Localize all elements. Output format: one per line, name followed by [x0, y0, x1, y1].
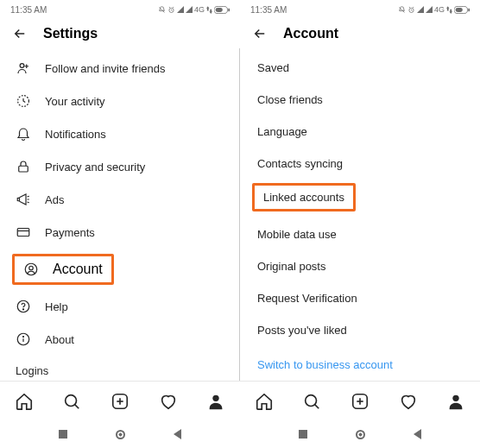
status-time: 11:35 AM	[10, 5, 47, 15]
alarm-icon	[407, 6, 415, 14]
highlight-box: Account	[12, 254, 114, 285]
row-label: Help	[45, 300, 68, 313]
android-navbar	[0, 420, 240, 448]
svg-rect-4	[228, 8, 230, 10]
heart-icon[interactable]	[159, 392, 178, 411]
megaphone-icon	[16, 192, 31, 207]
page-title: Account	[283, 26, 338, 41]
info-icon	[16, 331, 31, 347]
posts-liked-row[interactable]: Posts you've liked	[240, 314, 480, 346]
account-list: Saved Close friends Language Contacts sy…	[240, 48, 480, 381]
battery-icon	[454, 6, 470, 14]
status-bar: 11:35 AM 4G	[240, 0, 480, 19]
profile-icon[interactable]	[206, 392, 225, 411]
recents-button[interactable]	[59, 430, 67, 439]
row-label: Ads	[45, 193, 64, 206]
card-icon	[16, 224, 31, 240]
bell-icon	[16, 126, 31, 142]
linked-accounts-row[interactable]: Linked accounts	[263, 191, 344, 204]
alarm-icon	[167, 6, 175, 14]
add-post-icon[interactable]	[111, 392, 129, 411]
signal-icon-2	[426, 6, 433, 13]
ads-row[interactable]: Ads	[0, 183, 240, 216]
your-activity-row[interactable]: Your activity	[0, 85, 240, 117]
header: Account	[240, 19, 480, 48]
heart-icon[interactable]	[399, 392, 418, 411]
network-label: 4G	[434, 5, 445, 14]
help-icon	[16, 299, 31, 314]
status-time: 11:35 AM	[250, 5, 287, 15]
signal-icon	[417, 6, 424, 13]
linked-accounts-highlighted: Linked accounts	[240, 180, 480, 218]
mute-icon	[158, 6, 166, 14]
account-row-highlighted: Account	[0, 249, 240, 290]
row-label: About	[45, 333, 74, 346]
data-arrows-icon	[446, 6, 452, 14]
back-arrow-icon[interactable]	[12, 26, 28, 41]
profile-icon[interactable]	[446, 392, 465, 411]
settings-list: Follow and invite friends Your activity …	[0, 48, 240, 381]
search-icon[interactable]	[62, 392, 81, 411]
request-verification-row[interactable]: Request Verification	[240, 282, 480, 314]
svg-line-29	[315, 404, 319, 408]
home-button[interactable]	[116, 430, 125, 439]
svg-point-16	[22, 336, 23, 337]
follow-invite-row[interactable]: Follow and invite friends	[0, 52, 240, 85]
signal-icon	[177, 6, 184, 13]
home-icon[interactable]	[255, 392, 274, 411]
android-navbar	[240, 420, 480, 448]
row-label: Account	[53, 262, 103, 277]
svg-rect-8	[17, 229, 29, 237]
logins-heading: Logins	[0, 356, 240, 381]
row-label: Follow and invite friends	[45, 62, 165, 75]
language-row[interactable]: Language	[240, 116, 480, 148]
svg-point-11	[29, 266, 34, 270]
svg-point-33	[453, 394, 459, 401]
bottom-nav	[0, 381, 240, 420]
data-arrows-icon	[206, 6, 212, 14]
recents-button[interactable]	[299, 430, 307, 439]
status-right: 4G	[398, 5, 470, 14]
status-right: 4G	[158, 5, 230, 14]
svg-line-18	[75, 404, 79, 408]
help-row[interactable]: Help	[0, 290, 240, 323]
switch-business-link[interactable]: Switch to business account	[240, 346, 480, 381]
privacy-security-row[interactable]: Privacy and security	[0, 150, 240, 183]
svg-point-17	[66, 394, 77, 406]
mute-icon	[398, 6, 406, 14]
svg-point-28	[306, 394, 317, 406]
bottom-nav	[240, 381, 480, 420]
highlight-box: Linked accounts	[252, 183, 356, 211]
payments-row[interactable]: Payments	[0, 216, 240, 249]
svg-point-13	[22, 309, 23, 310]
network-label: 4G	[194, 5, 205, 14]
svg-rect-26	[456, 8, 463, 12]
activity-icon	[16, 93, 31, 109]
svg-rect-3	[216, 8, 223, 12]
signal-icon-2	[186, 6, 193, 13]
home-icon[interactable]	[15, 392, 34, 411]
contacts-syncing-row[interactable]: Contacts syncing	[240, 148, 480, 180]
page-title: Settings	[43, 26, 98, 41]
back-button[interactable]	[414, 429, 421, 439]
home-button[interactable]	[356, 430, 365, 439]
phone-settings: 11:35 AM 4G Settings Follow and invite f…	[0, 0, 240, 448]
account-row[interactable]: Account	[23, 262, 103, 277]
back-arrow-icon[interactable]	[252, 26, 268, 41]
status-bar: 11:35 AM 4G	[0, 0, 240, 19]
lock-icon	[16, 159, 31, 174]
about-row[interactable]: About	[0, 323, 240, 356]
mobile-data-row[interactable]: Mobile data use	[240, 218, 480, 250]
battery-icon	[214, 6, 230, 14]
add-post-icon[interactable]	[351, 392, 369, 411]
saved-row[interactable]: Saved	[240, 52, 480, 84]
back-button[interactable]	[174, 429, 181, 439]
row-label: Payments	[45, 226, 95, 239]
original-posts-row[interactable]: Original posts	[240, 250, 480, 282]
close-friends-row[interactable]: Close friends	[240, 84, 480, 116]
svg-point-22	[213, 394, 219, 401]
svg-point-5	[20, 64, 24, 68]
notifications-row[interactable]: Notifications	[0, 117, 240, 150]
search-icon[interactable]	[302, 392, 321, 411]
svg-rect-7	[19, 166, 28, 172]
